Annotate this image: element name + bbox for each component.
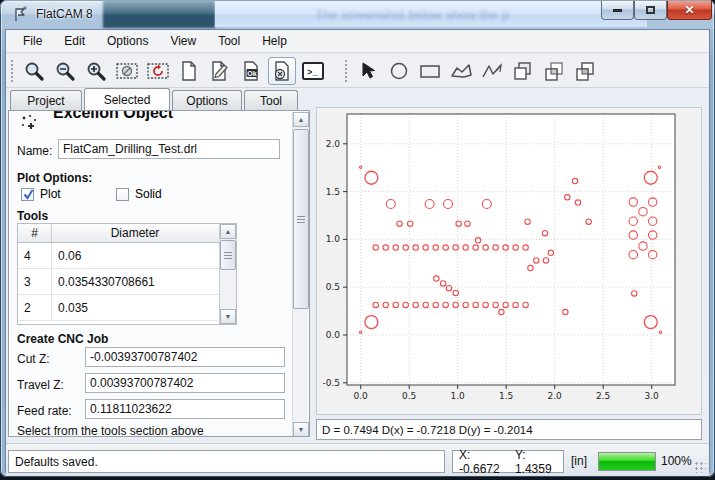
tab-tool[interactable]: Tool	[244, 90, 298, 110]
table-scroll-down-icon[interactable]: ▼	[220, 309, 236, 324]
resize-grip[interactable]	[693, 460, 706, 473]
table-scroll-up-icon[interactable]: ▲	[220, 224, 236, 239]
window-title: FlatCAM 8	[36, 7, 93, 21]
svg-text:2.5: 2.5	[596, 391, 610, 401]
toolbar-drag-handle[interactable]	[10, 59, 15, 83]
panel-scroll-up-icon[interactable]: ▲	[293, 112, 309, 127]
panel-title: Excellon Object	[53, 110, 173, 122]
svg-text:0.5: 0.5	[326, 282, 340, 292]
name-label: Name:	[17, 144, 52, 158]
svg-text:1.0: 1.0	[451, 391, 466, 401]
svg-text:1.5: 1.5	[499, 391, 513, 401]
draw-path-button[interactable]	[478, 57, 506, 85]
svg-text:0.5: 0.5	[402, 391, 416, 401]
tab-project[interactable]: Project	[10, 90, 82, 110]
tools-hint: Select from the tools section above	[17, 424, 204, 437]
new-file-icon	[179, 60, 199, 82]
menu-tool[interactable]: Tool	[207, 31, 251, 51]
union-tool-button[interactable]	[509, 57, 537, 85]
measurement-readout: D = 0.7494 D(x) = -0.7218 D(y) = -0.2014	[316, 419, 702, 440]
svg-text:1.0: 1.0	[326, 234, 341, 244]
plot-canvas[interactable]: 0.00.51.01.52.02.53.0-0.50.00.51.01.52.0	[317, 108, 701, 414]
name-input[interactable]: FlatCam_Drilling_Test.drl	[58, 139, 280, 159]
draw-polygon-button[interactable]	[447, 57, 475, 85]
close-icon: ✕	[684, 3, 694, 17]
draw-circle-button[interactable]	[385, 57, 413, 85]
svg-text:1.5: 1.5	[326, 187, 340, 197]
status-message: Defaults saved.	[8, 450, 445, 473]
tab-options[interactable]: Options	[172, 90, 242, 110]
new-file-button[interactable]	[175, 57, 203, 85]
subtract-tool-button[interactable]	[540, 57, 568, 85]
coord-y: Y: 1.4359	[515, 448, 557, 476]
table-row[interactable]: 2 0.035	[18, 295, 236, 321]
zoom-in-button[interactable]	[82, 57, 110, 85]
edit-object-button[interactable]	[206, 57, 234, 85]
svg-text:0.0: 0.0	[326, 330, 341, 340]
progress-percent: 100%	[661, 454, 692, 468]
flatcam-window: The screenshot below show the p FlatCAM …	[0, 0, 715, 477]
draw-rectangle-button[interactable]	[416, 57, 444, 85]
intersect-tool-button[interactable]	[571, 57, 599, 85]
menubar: File Edit Options View Tool Help	[6, 30, 709, 53]
delete-object-button[interactable]	[268, 57, 296, 85]
toolbar2-drag-handle[interactable]	[344, 59, 349, 83]
menu-options[interactable]: Options	[96, 31, 159, 51]
progress-fill	[599, 453, 655, 470]
edit-object-icon	[209, 60, 231, 82]
table-scroll-thumb[interactable]	[220, 240, 236, 270]
check-icon	[22, 188, 35, 201]
panel-scrollbar[interactable]: ▲ ▼	[292, 112, 308, 437]
menu-edit[interactable]: Edit	[53, 31, 96, 51]
table-scrollbar[interactable]: ▲ ▼	[219, 224, 236, 324]
svg-text:2.0: 2.0	[548, 391, 563, 401]
table-row[interactable]: 4 0.06	[18, 243, 236, 269]
menu-view[interactable]: View	[159, 31, 207, 51]
path-icon	[480, 61, 504, 81]
col-diameter[interactable]: Diameter	[52, 224, 218, 242]
zoom-fit-button[interactable]	[20, 57, 48, 85]
clear-plot-button[interactable]	[113, 57, 141, 85]
plot-checkbox-label: Plot	[40, 187, 61, 201]
progress-bar	[598, 452, 656, 471]
mouse-coordinates: X: -0.6672 Y: 1.4359	[452, 450, 564, 473]
union-icon	[512, 60, 534, 82]
pointer-tool-button[interactable]	[354, 57, 382, 85]
solid-checkbox-label: Solid	[135, 187, 162, 201]
panel-scroll-thumb[interactable]	[293, 129, 309, 309]
svg-text:2.0: 2.0	[326, 139, 341, 149]
solid-checkbox[interactable]: Solid	[116, 187, 162, 201]
travelz-input[interactable]: 0.00393700787402	[85, 373, 285, 393]
subtract-icon	[543, 60, 565, 82]
svg-text:3.0: 3.0	[645, 391, 660, 401]
statusbar: Defaults saved. X: -0.6672 Y: 1.4359 [in…	[6, 443, 709, 476]
maximize-button[interactable]	[634, 1, 667, 20]
replot-icon	[146, 60, 170, 82]
travelz-label: Travel Z:	[17, 378, 64, 392]
zoom-out-button[interactable]	[51, 57, 79, 85]
shell-button[interactable]: >_	[299, 57, 327, 85]
close-button[interactable]: ✕	[667, 1, 712, 20]
menu-help[interactable]: Help	[251, 31, 298, 51]
titlebar[interactable]: The screenshot below show the p FlatCAM …	[0, 0, 715, 29]
menu-file[interactable]: File	[12, 31, 53, 51]
toolbar: Ok >_	[6, 54, 709, 88]
replot-button[interactable]	[144, 57, 172, 85]
circle-icon	[388, 60, 410, 82]
delete-object-icon	[272, 60, 292, 82]
plot-figure[interactable]: 0.00.51.01.52.02.53.0-0.50.00.51.01.52.0	[316, 107, 702, 415]
tools-label: Tools	[17, 209, 48, 223]
panel-scroll-down-icon[interactable]: ▼	[293, 422, 309, 437]
table-row[interactable]: 3 0.0354330708661	[18, 269, 236, 295]
cnc-section-label: Create CNC Job	[17, 332, 108, 346]
cutz-input[interactable]: -0.00393700787402	[85, 347, 285, 367]
tab-selected[interactable]: Selected	[84, 88, 170, 110]
plot-checkbox[interactable]: Plot	[21, 187, 61, 201]
minimize-button[interactable]	[601, 1, 634, 20]
ok-file-button[interactable]: Ok	[237, 57, 265, 85]
excellon-object-panel: Excellon Object Name: FlatCam_Drilling_T…	[8, 110, 310, 437]
feedrate-input[interactable]: 0.11811023622	[85, 399, 285, 419]
zoom-out-icon	[54, 60, 76, 82]
pointer-icon	[358, 61, 378, 81]
col-number[interactable]: #	[18, 224, 52, 242]
